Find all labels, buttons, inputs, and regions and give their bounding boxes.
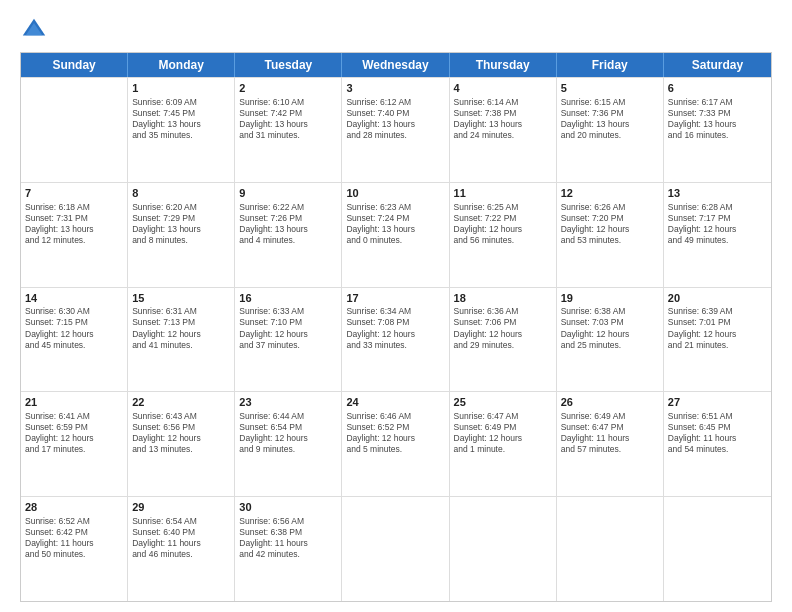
day-cell-18: 18Sunrise: 6:36 AMSunset: 7:06 PMDayligh…: [450, 288, 557, 392]
week-row-2: 7Sunrise: 6:18 AMSunset: 7:31 PMDaylight…: [21, 182, 771, 287]
day-number: 8: [132, 186, 230, 201]
header-day-thursday: Thursday: [450, 53, 557, 77]
day-number: 20: [668, 291, 767, 306]
day-cell-9: 9Sunrise: 6:22 AMSunset: 7:26 PMDaylight…: [235, 183, 342, 287]
day-number: 1: [132, 81, 230, 96]
day-cell-14: 14Sunrise: 6:30 AMSunset: 7:15 PMDayligh…: [21, 288, 128, 392]
day-cell-23: 23Sunrise: 6:44 AMSunset: 6:54 PMDayligh…: [235, 392, 342, 496]
page: SundayMondayTuesdayWednesdayThursdayFrid…: [0, 0, 792, 612]
day-number: 23: [239, 395, 337, 410]
day-cell-3: 3Sunrise: 6:12 AMSunset: 7:40 PMDaylight…: [342, 78, 449, 182]
day-cell-30: 30Sunrise: 6:56 AMSunset: 6:38 PMDayligh…: [235, 497, 342, 601]
empty-cell: [342, 497, 449, 601]
day-cell-29: 29Sunrise: 6:54 AMSunset: 6:40 PMDayligh…: [128, 497, 235, 601]
day-info: Sunrise: 6:34 AMSunset: 7:08 PMDaylight:…: [346, 306, 444, 350]
day-info: Sunrise: 6:36 AMSunset: 7:06 PMDaylight:…: [454, 306, 552, 350]
day-cell-19: 19Sunrise: 6:38 AMSunset: 7:03 PMDayligh…: [557, 288, 664, 392]
day-number: 10: [346, 186, 444, 201]
day-info: Sunrise: 6:09 AMSunset: 7:45 PMDaylight:…: [132, 97, 230, 141]
day-info: Sunrise: 6:26 AMSunset: 7:20 PMDaylight:…: [561, 202, 659, 246]
day-info: Sunrise: 6:15 AMSunset: 7:36 PMDaylight:…: [561, 97, 659, 141]
day-number: 27: [668, 395, 767, 410]
day-number: 5: [561, 81, 659, 96]
day-cell-5: 5Sunrise: 6:15 AMSunset: 7:36 PMDaylight…: [557, 78, 664, 182]
day-info: Sunrise: 6:46 AMSunset: 6:52 PMDaylight:…: [346, 411, 444, 455]
day-number: 11: [454, 186, 552, 201]
day-number: 3: [346, 81, 444, 96]
day-cell-2: 2Sunrise: 6:10 AMSunset: 7:42 PMDaylight…: [235, 78, 342, 182]
day-info: Sunrise: 6:20 AMSunset: 7:29 PMDaylight:…: [132, 202, 230, 246]
day-number: 4: [454, 81, 552, 96]
day-info: Sunrise: 6:33 AMSunset: 7:10 PMDaylight:…: [239, 306, 337, 350]
day-number: 6: [668, 81, 767, 96]
week-row-3: 14Sunrise: 6:30 AMSunset: 7:15 PMDayligh…: [21, 287, 771, 392]
calendar-header: SundayMondayTuesdayWednesdayThursdayFrid…: [21, 53, 771, 77]
day-info: Sunrise: 6:17 AMSunset: 7:33 PMDaylight:…: [668, 97, 767, 141]
day-info: Sunrise: 6:25 AMSunset: 7:22 PMDaylight:…: [454, 202, 552, 246]
day-number: 13: [668, 186, 767, 201]
day-info: Sunrise: 6:30 AMSunset: 7:15 PMDaylight:…: [25, 306, 123, 350]
day-number: 29: [132, 500, 230, 515]
day-cell-13: 13Sunrise: 6:28 AMSunset: 7:17 PMDayligh…: [664, 183, 771, 287]
day-cell-16: 16Sunrise: 6:33 AMSunset: 7:10 PMDayligh…: [235, 288, 342, 392]
header-day-wednesday: Wednesday: [342, 53, 449, 77]
header: [20, 16, 772, 44]
day-info: Sunrise: 6:41 AMSunset: 6:59 PMDaylight:…: [25, 411, 123, 455]
header-day-saturday: Saturday: [664, 53, 771, 77]
empty-cell: [450, 497, 557, 601]
day-cell-8: 8Sunrise: 6:20 AMSunset: 7:29 PMDaylight…: [128, 183, 235, 287]
day-number: 21: [25, 395, 123, 410]
day-cell-4: 4Sunrise: 6:14 AMSunset: 7:38 PMDaylight…: [450, 78, 557, 182]
day-cell-7: 7Sunrise: 6:18 AMSunset: 7:31 PMDaylight…: [21, 183, 128, 287]
day-number: 16: [239, 291, 337, 306]
day-info: Sunrise: 6:31 AMSunset: 7:13 PMDaylight:…: [132, 306, 230, 350]
day-cell-26: 26Sunrise: 6:49 AMSunset: 6:47 PMDayligh…: [557, 392, 664, 496]
empty-cell: [21, 78, 128, 182]
logo-icon: [20, 16, 48, 44]
week-row-5: 28Sunrise: 6:52 AMSunset: 6:42 PMDayligh…: [21, 496, 771, 601]
day-info: Sunrise: 6:54 AMSunset: 6:40 PMDaylight:…: [132, 516, 230, 560]
day-number: 30: [239, 500, 337, 515]
day-number: 15: [132, 291, 230, 306]
day-cell-22: 22Sunrise: 6:43 AMSunset: 6:56 PMDayligh…: [128, 392, 235, 496]
week-row-4: 21Sunrise: 6:41 AMSunset: 6:59 PMDayligh…: [21, 391, 771, 496]
day-cell-12: 12Sunrise: 6:26 AMSunset: 7:20 PMDayligh…: [557, 183, 664, 287]
empty-cell: [664, 497, 771, 601]
day-info: Sunrise: 6:28 AMSunset: 7:17 PMDaylight:…: [668, 202, 767, 246]
day-number: 17: [346, 291, 444, 306]
day-cell-10: 10Sunrise: 6:23 AMSunset: 7:24 PMDayligh…: [342, 183, 449, 287]
day-number: 24: [346, 395, 444, 410]
day-info: Sunrise: 6:39 AMSunset: 7:01 PMDaylight:…: [668, 306, 767, 350]
day-cell-17: 17Sunrise: 6:34 AMSunset: 7:08 PMDayligh…: [342, 288, 449, 392]
day-number: 14: [25, 291, 123, 306]
day-number: 25: [454, 395, 552, 410]
day-cell-1: 1Sunrise: 6:09 AMSunset: 7:45 PMDaylight…: [128, 78, 235, 182]
day-info: Sunrise: 6:56 AMSunset: 6:38 PMDaylight:…: [239, 516, 337, 560]
day-number: 19: [561, 291, 659, 306]
day-info: Sunrise: 6:52 AMSunset: 6:42 PMDaylight:…: [25, 516, 123, 560]
empty-cell: [557, 497, 664, 601]
day-info: Sunrise: 6:49 AMSunset: 6:47 PMDaylight:…: [561, 411, 659, 455]
day-number: 2: [239, 81, 337, 96]
day-info: Sunrise: 6:51 AMSunset: 6:45 PMDaylight:…: [668, 411, 767, 455]
calendar-body: 1Sunrise: 6:09 AMSunset: 7:45 PMDaylight…: [21, 77, 771, 601]
day-cell-24: 24Sunrise: 6:46 AMSunset: 6:52 PMDayligh…: [342, 392, 449, 496]
day-info: Sunrise: 6:43 AMSunset: 6:56 PMDaylight:…: [132, 411, 230, 455]
day-cell-6: 6Sunrise: 6:17 AMSunset: 7:33 PMDaylight…: [664, 78, 771, 182]
day-info: Sunrise: 6:23 AMSunset: 7:24 PMDaylight:…: [346, 202, 444, 246]
day-number: 7: [25, 186, 123, 201]
header-day-tuesday: Tuesday: [235, 53, 342, 77]
day-info: Sunrise: 6:38 AMSunset: 7:03 PMDaylight:…: [561, 306, 659, 350]
day-cell-20: 20Sunrise: 6:39 AMSunset: 7:01 PMDayligh…: [664, 288, 771, 392]
day-cell-25: 25Sunrise: 6:47 AMSunset: 6:49 PMDayligh…: [450, 392, 557, 496]
header-day-monday: Monday: [128, 53, 235, 77]
day-number: 12: [561, 186, 659, 201]
day-cell-21: 21Sunrise: 6:41 AMSunset: 6:59 PMDayligh…: [21, 392, 128, 496]
header-day-friday: Friday: [557, 53, 664, 77]
day-cell-11: 11Sunrise: 6:25 AMSunset: 7:22 PMDayligh…: [450, 183, 557, 287]
calendar: SundayMondayTuesdayWednesdayThursdayFrid…: [20, 52, 772, 602]
header-day-sunday: Sunday: [21, 53, 128, 77]
day-cell-15: 15Sunrise: 6:31 AMSunset: 7:13 PMDayligh…: [128, 288, 235, 392]
day-info: Sunrise: 6:22 AMSunset: 7:26 PMDaylight:…: [239, 202, 337, 246]
day-number: 22: [132, 395, 230, 410]
